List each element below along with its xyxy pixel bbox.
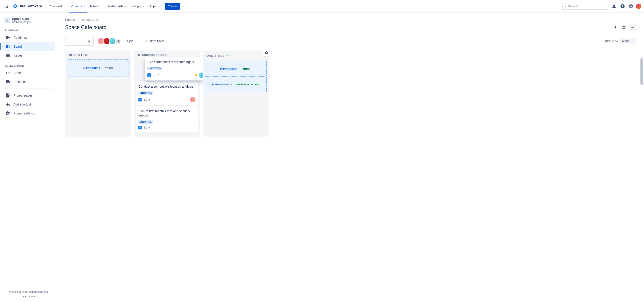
scrollbar[interactable] (640, 58, 643, 85)
drop-zone[interactable]: IN PROGRESS → DONE (205, 61, 266, 77)
sidebar-footer: You're in a team-managed project Learn m… (2, 288, 55, 300)
sidebar-item-project-settings[interactable]: Project settings (2, 109, 54, 118)
profile-avatar[interactable] (636, 4, 641, 9)
help-icon[interactable]: ? (619, 3, 626, 10)
footer-text: You're in a team-managed project (4, 290, 53, 294)
search-icon (564, 4, 566, 8)
nav-apps[interactable]: Apps (147, 3, 162, 10)
issue-card[interactable]: Secure first month's rent and security d… (136, 106, 198, 132)
create-button[interactable]: Create (165, 3, 180, 10)
drop-zone[interactable]: IN PROGRESS → TO DO (67, 60, 129, 76)
nav-filters[interactable]: Filters (88, 3, 104, 10)
page-title: Space Cafe board (65, 24, 106, 30)
svg-point-11 (631, 27, 632, 28)
releases-icon (5, 79, 10, 84)
page-title-row: Space Cafe board (65, 24, 636, 31)
epic-tag[interactable]: LOCATION (138, 120, 154, 124)
svg-point-4 (6, 6, 6, 6)
svg-point-12 (632, 27, 632, 28)
code-icon (5, 70, 10, 75)
issue-card[interactable]: Conduct a competitive location analysis … (136, 82, 198, 105)
settings-icon[interactable] (628, 3, 634, 10)
sidebar-divider (3, 88, 54, 89)
section-planning-label: PLANNING (2, 28, 55, 33)
priority-icon: = (195, 73, 197, 77)
card-title: Secure first month's rent and security d… (138, 109, 195, 118)
board-column: DONE 1 ISSUE IN PROGRESS → DONEIN PROGRE… (203, 50, 268, 136)
card-title: Hire commercial real estate agent (147, 60, 204, 64)
svg-point-1 (6, 4, 6, 5)
issue-key: SC-8 (144, 98, 150, 101)
group-by-dropdown[interactable]: None (620, 38, 636, 44)
breadcrumb-projects[interactable]: Projects (65, 18, 76, 22)
issue-key: SC-7 (153, 74, 159, 77)
add-people-button[interactable] (115, 38, 122, 45)
global-search[interactable] (562, 3, 609, 10)
search-input[interactable] (568, 4, 607, 8)
breadcrumb-project[interactable]: Space Cafe (82, 18, 98, 22)
top-nav-right: ? (562, 3, 641, 10)
board-toolbar: Epic Custom filters GROUP BY None (65, 37, 636, 46)
body: ☕ Space Cafe Software project PLANNING R… (0, 12, 644, 302)
drop-zone-split: IN PROGRESS → DONEIN PROGRESS → ADDITION… (204, 61, 267, 92)
sidebar-item-releases[interactable]: Releases (2, 78, 54, 86)
svg-point-13 (633, 27, 634, 28)
project-name: Space Cafe (12, 17, 32, 20)
jira-logo[interactable]: Jira Software (11, 4, 44, 9)
nav-projects[interactable]: Projects (68, 3, 88, 10)
nav-people[interactable]: People (129, 3, 147, 10)
svg-text:?: ? (622, 4, 624, 8)
toolbar-right: GROUP BY None (605, 38, 636, 44)
task-icon (147, 73, 151, 77)
column-header[interactable]: DONE 1 ISSUE (204, 54, 267, 61)
project-type: Software project (12, 20, 32, 24)
card-footer: SC-9 = (138, 126, 195, 130)
task-icon (138, 98, 142, 102)
epic-tag[interactable]: LOCATION (147, 66, 162, 70)
search-icon (88, 39, 91, 43)
section-development-label: DEVELOPMENT (2, 63, 55, 68)
automation-icon[interactable] (612, 24, 619, 31)
card-footer: SC-8 = (138, 97, 195, 102)
sidebar-item-project-pages[interactable]: Project pages (2, 91, 54, 100)
learn-more-link[interactable]: Learn more (4, 295, 53, 298)
notifications-icon[interactable] (610, 3, 618, 10)
epic-tag[interactable]: LOCATION (138, 91, 154, 95)
roadmap-icon (5, 35, 10, 40)
priority-icon: = (186, 98, 188, 102)
issue-key: SC-9 (144, 126, 150, 129)
sidebar-item-board[interactable]: Board (2, 42, 54, 51)
app-switcher-icon[interactable] (3, 3, 10, 10)
check-icon (226, 54, 229, 58)
issue-card[interactable]: Hire commercial real estate agent LOCATI… (145, 57, 207, 80)
sidebar-item-issues[interactable]: Issues (2, 51, 54, 60)
svg-point-2 (7, 4, 8, 5)
top-nav: Jira Software Your work Projects Filters… (0, 0, 644, 12)
sidebar-item-add-shortcut[interactable]: Add shortcut (2, 100, 54, 109)
project-header[interactable]: ☕ Space Cafe Software project (2, 17, 55, 28)
svg-point-6 (5, 7, 5, 8)
sidebar: ☕ Space Cafe Software project PLANNING R… (0, 12, 57, 302)
main-content: Projects / Space Cafe Space Cafe board E… (57, 12, 644, 302)
board-search[interactable] (65, 37, 94, 46)
drop-zone[interactable]: IN PROGRESS → ADDITIONAL SCOPE (205, 77, 266, 92)
svg-point-3 (5, 6, 5, 6)
svg-point-7 (6, 7, 6, 8)
board-column: IN PROGRESS 4 ISSUES Hire commercial rea… (134, 50, 200, 136)
nav-items: Your work Projects Filters Dashboards Pe… (46, 3, 180, 10)
project-icon: ☕ (4, 18, 10, 23)
star-icon[interactable] (620, 24, 628, 31)
epic-filter[interactable]: Epic (126, 38, 140, 44)
sidebar-item-roadmap[interactable]: Roadmap (2, 33, 54, 42)
sidebar-item-code[interactable]: Code (2, 69, 54, 77)
project-settings-icon (5, 111, 10, 116)
assignee-avatar[interactable] (190, 97, 195, 102)
column-header[interactable]: TO DO 12 ISSUES (67, 54, 129, 60)
custom-filters[interactable]: Custom filters (144, 38, 171, 44)
logo-text: Jira Software (19, 4, 42, 8)
more-icon[interactable] (629, 24, 636, 31)
nav-your-work[interactable]: Your work (46, 3, 68, 10)
column-config-icon[interactable] (263, 50, 270, 56)
svg-point-5 (7, 6, 8, 6)
nav-dashboards[interactable]: Dashboards (104, 3, 130, 10)
